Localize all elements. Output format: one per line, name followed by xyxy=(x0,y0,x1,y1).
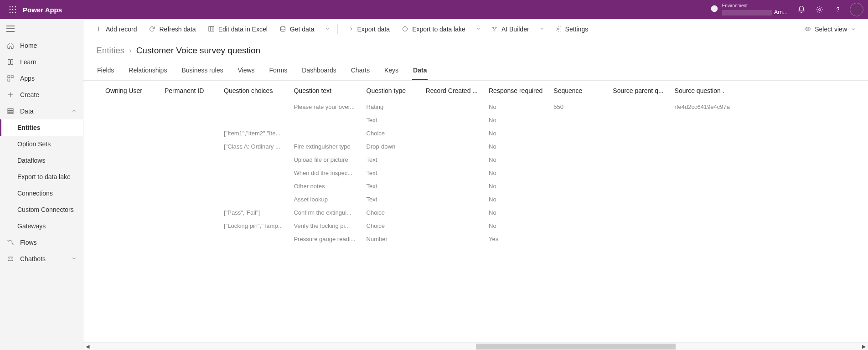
table-cell xyxy=(607,206,669,219)
scroll-left-icon[interactable]: ◀ xyxy=(83,344,92,350)
get-data-chevron[interactable] xyxy=(322,24,333,35)
tab-business-rules[interactable]: Business rules xyxy=(181,63,224,80)
table-cell: Text xyxy=(361,180,420,193)
svg-point-39 xyxy=(492,27,494,28)
table-cell xyxy=(548,127,607,140)
table-row[interactable]: ["Locking pin","Tamp...Verify the lockin… xyxy=(83,219,735,232)
col-sequence[interactable]: Sequence xyxy=(548,81,607,100)
tab-data[interactable]: Data xyxy=(412,63,428,80)
sidebar-item-gateways[interactable]: Gateways xyxy=(0,218,83,234)
table-cell xyxy=(607,113,669,127)
sidebar-item-connections[interactable]: Connections xyxy=(0,185,83,201)
svg-point-26 xyxy=(12,244,13,245)
col-permanent-id[interactable]: Permanent ID xyxy=(159,81,218,100)
add-record-button[interactable]: Add record xyxy=(91,23,141,36)
sidebar-item-label: Learn xyxy=(20,58,36,66)
tab-keys[interactable]: Keys xyxy=(383,63,399,80)
export-data-button[interactable]: Export data xyxy=(342,23,395,36)
tab-dashboards[interactable]: Dashboards xyxy=(301,63,337,80)
table-cell xyxy=(100,219,159,232)
table-row[interactable]: Pressure gauge readi...NumberYes xyxy=(83,232,735,246)
export-datalake-chevron[interactable] xyxy=(473,24,484,35)
sidebar-item-flows[interactable]: Flows xyxy=(0,234,83,251)
sidebar-item-entities[interactable]: Entities xyxy=(0,119,83,136)
sidebar-item-option-sets[interactable]: Option Sets xyxy=(0,136,83,152)
table-cell xyxy=(669,166,735,180)
chevron-down-icon xyxy=(851,26,856,32)
tab-forms[interactable]: Forms xyxy=(269,63,289,80)
table-row[interactable]: ["Item1","Item2","Ite...ChoiceNo xyxy=(83,127,735,140)
help-icon[interactable] xyxy=(829,5,847,14)
tab-fields[interactable]: Fields xyxy=(96,63,115,80)
environment-name: Am... xyxy=(722,9,788,16)
col-record-created[interactable]: Record Created ... xyxy=(420,81,483,100)
tab-relationships[interactable]: Relationships xyxy=(128,63,168,80)
table-row[interactable]: TextNo xyxy=(83,113,735,127)
refresh-data-button[interactable]: Refresh data xyxy=(144,23,200,36)
sidebar-item-home[interactable]: Home xyxy=(0,37,83,54)
export-datalake-button[interactable]: Export to data lake xyxy=(397,23,470,36)
select-view-button[interactable]: Select view xyxy=(800,23,861,36)
col-source-question[interactable]: Source question . xyxy=(669,81,735,100)
table-cell xyxy=(159,180,218,193)
notifications-icon[interactable] xyxy=(792,5,811,14)
col-question-type[interactable]: Question type xyxy=(361,81,420,100)
table-cell xyxy=(83,153,100,166)
sidebar-item-create[interactable]: Create xyxy=(0,87,83,103)
table-row[interactable]: Upload file or pictureTextNo xyxy=(83,153,735,166)
sidebar-item-export-datalake[interactable]: Export to data lake xyxy=(0,169,83,185)
table-cell xyxy=(100,193,159,206)
table-row[interactable]: Asset lookupTextNo xyxy=(83,193,735,206)
col-question-text[interactable]: Question text xyxy=(288,81,361,100)
environment-picker[interactable]: Environment Am... xyxy=(710,3,788,16)
settings-icon[interactable] xyxy=(811,5,829,14)
horizontal-scrollbar[interactable]: ◀ ▶ xyxy=(83,342,868,350)
col-owning-user[interactable]: Owning User xyxy=(100,81,159,100)
scroll-track[interactable] xyxy=(92,343,860,350)
sidebar-item-dataflows[interactable]: Dataflows xyxy=(0,152,83,169)
edit-excel-button[interactable]: Edit data in Excel xyxy=(203,23,272,36)
table-cell: 550 xyxy=(548,100,607,114)
table-cell xyxy=(159,193,218,206)
table-cell xyxy=(288,113,361,127)
sidebar-item-chatbots[interactable]: Chatbots xyxy=(0,251,83,267)
app-launcher-icon[interactable] xyxy=(5,6,21,13)
table-row[interactable]: When did the inspec...TextNo xyxy=(83,166,735,180)
table-cell xyxy=(420,140,483,153)
table-row[interactable]: ["Class A: Ordinary ...Fire extinguisher… xyxy=(83,140,735,153)
col-stub[interactable]: n xyxy=(83,81,100,100)
scroll-right-icon[interactable]: ▶ xyxy=(860,344,868,350)
table-cell xyxy=(548,140,607,153)
table-cell xyxy=(83,206,100,219)
table-cell xyxy=(607,100,669,114)
svg-rect-24 xyxy=(8,113,13,114)
tab-views[interactable]: Views xyxy=(237,63,255,80)
col-source-parent[interactable]: Source parent q... xyxy=(607,81,669,100)
hamburger-icon[interactable] xyxy=(0,22,83,37)
scroll-thumb[interactable] xyxy=(476,344,676,350)
user-avatar[interactable] xyxy=(850,3,863,16)
sidebar-item-label: Chatbots xyxy=(20,255,46,262)
sidebar-item-learn[interactable]: Learn xyxy=(0,54,83,70)
breadcrumb-root[interactable]: Entities xyxy=(96,46,124,56)
ai-builder-chevron[interactable] xyxy=(537,24,548,35)
col-response-required[interactable]: Response required xyxy=(483,81,548,100)
ai-builder-button[interactable]: AI Builder xyxy=(486,23,534,36)
settings-button[interactable]: Settings xyxy=(550,23,593,36)
table-cell: Text xyxy=(361,193,420,206)
svg-point-12 xyxy=(819,9,821,11)
sidebar-item-apps[interactable]: Apps xyxy=(0,70,83,87)
col-question-choices[interactable]: Question choices xyxy=(218,81,288,100)
sidebar-item-label: Create xyxy=(20,91,39,98)
sidebar-item-custom-connectors[interactable]: Custom Connectors xyxy=(0,201,83,218)
svg-point-28 xyxy=(9,258,10,259)
table-row[interactable]: Other notesTextNo xyxy=(83,180,735,193)
table-cell: ["Class A: Ordinary ... xyxy=(218,140,288,153)
tab-charts[interactable]: Charts xyxy=(350,63,371,80)
sidebar-item-data[interactable]: Data xyxy=(0,103,83,119)
table-row[interactable]: ["Pass","Fail"]Confirm the extingui...Ch… xyxy=(83,206,735,219)
get-data-button[interactable]: Get data xyxy=(275,23,319,36)
table-cell: No xyxy=(483,206,548,219)
table-row[interactable]: Please rate your over...RatingNo550rfe4d… xyxy=(83,100,735,114)
table-cell xyxy=(100,153,159,166)
